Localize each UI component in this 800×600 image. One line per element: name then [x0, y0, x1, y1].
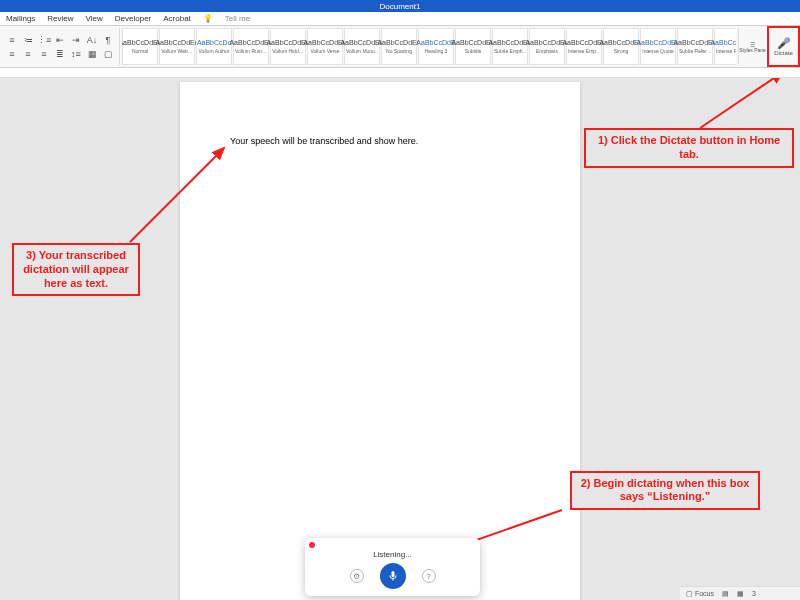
style-name: Intense Quote — [642, 48, 674, 54]
paragraph-group: ≡ ≔ ⋮≡ ⇤ ⇥ A↓ ¶ ≡ ≡ ≡ ≣ ↕≡ ▦ ▢ — [2, 28, 120, 65]
justify-icon[interactable]: ≣ — [54, 48, 66, 60]
microphone-icon: 🎤 — [777, 37, 791, 50]
borders-icon[interactable]: ▢ — [102, 48, 114, 60]
dictation-help-button[interactable]: ? — [422, 569, 436, 583]
status-bar: ▢ Focus ▤ ▦ 3 — [680, 586, 800, 600]
dictate-button[interactable]: 🎤 Dictate — [768, 28, 798, 65]
style-vollum-mono-[interactable]: AaBbCcDdEeVollum Mono… — [344, 28, 380, 65]
style-normal[interactable]: AaBbCcDdEeNormal — [122, 28, 158, 65]
style-sample: AaBbCcDdEe — [377, 39, 420, 46]
line-spacing-icon[interactable]: ↕≡ — [70, 48, 82, 60]
style-name: Emphasis — [531, 48, 563, 54]
document-title: Document1 — [380, 2, 421, 11]
ruler[interactable] — [0, 68, 800, 78]
dictation-settings-button[interactable]: ⚙ — [350, 569, 364, 583]
style-sample: AaBbCcDc — [197, 39, 231, 46]
style-subtle-emph-[interactable]: AaBbCcDdEeSubtle Emph… — [492, 28, 528, 65]
style-vollum-verse[interactable]: AaBbCcDdEeVollum Verse — [307, 28, 343, 65]
dictate-label: Dictate — [774, 50, 793, 56]
focus-mode-button[interactable]: ▢ Focus — [686, 590, 714, 598]
styles-gallery: AaBbCcDdEeNormalAaBbCcDdEeVollum Web…AaB… — [122, 28, 736, 65]
tab-review[interactable]: Review — [47, 14, 73, 23]
sort-icon[interactable]: A↓ — [86, 34, 98, 46]
page[interactable]: Your speech will be transcribed and show… — [180, 82, 580, 600]
style-intense-emp-[interactable]: AaBbCcDdEeIntense Emp… — [566, 28, 602, 65]
tab-developer[interactable]: Developer — [115, 14, 151, 23]
tell-me-search[interactable]: Tell me — [225, 14, 250, 23]
align-left-icon[interactable]: ≡ — [6, 48, 18, 60]
shading-icon[interactable]: ▦ — [86, 48, 98, 60]
annotation-callout-3: 3) Your transcribed dictation will appea… — [12, 243, 140, 296]
style-strong[interactable]: AaBbCcDdEeStrong — [603, 28, 639, 65]
style-sample: AaBbCcDdE — [416, 39, 455, 46]
style-name: Subtitle — [457, 48, 489, 54]
svg-line-0 — [700, 78, 783, 128]
style-sample: AaBbCcDdEe — [155, 39, 198, 46]
style-name: Vollum Hidd… — [272, 48, 304, 54]
style-name: Intense Refer… — [716, 48, 736, 54]
styles-pane-label: Styles Pane — [739, 48, 766, 53]
style-emphasis[interactable]: AaBbCcDdEeEmphasis — [529, 28, 565, 65]
style-heading-3[interactable]: AaBbCcDdEHeading 3 — [418, 28, 454, 65]
view-web-icon[interactable]: ▦ — [737, 590, 744, 598]
tab-acrobat[interactable]: Acrobat — [163, 14, 191, 23]
style-vollum-hidd-[interactable]: AaBbCcDdEeVollum Hidd… — [270, 28, 306, 65]
annotation-callout-2: 2) Begin dictating when this box says “L… — [570, 471, 760, 511]
bullets-icon[interactable]: ≡ — [6, 34, 18, 46]
style-name: Vollum Verse — [309, 48, 341, 54]
recording-indicator-icon — [309, 542, 315, 548]
style-subtitle[interactable]: AaBbCcDdEeSubtitle — [455, 28, 491, 65]
style-name: Subtle Emph… — [494, 48, 526, 54]
tab-mailings[interactable]: Mailings — [6, 14, 35, 23]
dictation-toolbar: Listening... ⚙ ? — [305, 538, 480, 596]
style-sample: AaBbCcDdEe — [710, 39, 736, 46]
dictation-mic-button[interactable] — [380, 563, 406, 589]
style-vollum-rum-[interactable]: AaBbCcDdEeVollum Rum… — [233, 28, 269, 65]
styles-pane-button[interactable]: ☰ Styles Pane — [738, 28, 766, 65]
style-name: Vollum Author — [198, 48, 230, 54]
style-name: No Spacing — [383, 48, 415, 54]
style-name: Vollum Mono… — [346, 48, 378, 54]
numbering-icon[interactable]: ≔ — [22, 34, 34, 46]
align-center-icon[interactable]: ≡ — [22, 48, 34, 60]
style-intense-refer-[interactable]: AaBbCcDdEeIntense Refer… — [714, 28, 736, 65]
ribbon-tabs: Mailings Review View Developer Acrobat 💡… — [0, 12, 800, 26]
style-name: Subtle Refer… — [679, 48, 711, 54]
style-name: Strong — [605, 48, 637, 54]
page-indicator: 3 — [752, 590, 756, 597]
dictation-status: Listening... — [373, 550, 412, 559]
view-print-icon[interactable]: ▤ — [722, 590, 729, 598]
style-name: Intense Emp… — [568, 48, 600, 54]
indent-right-icon[interactable]: ⇥ — [70, 34, 82, 46]
style-name: Normal — [124, 48, 156, 54]
lightbulb-icon: 💡 — [203, 14, 213, 23]
style-name: Vollum Rum… — [235, 48, 267, 54]
ribbon: ≡ ≔ ⋮≡ ⇤ ⇥ A↓ ¶ ≡ ≡ ≡ ≣ ↕≡ ▦ ▢ AaBbCcDdE… — [0, 26, 800, 68]
microphone-icon — [387, 570, 399, 582]
tab-view[interactable]: View — [86, 14, 103, 23]
style-vollum-web-[interactable]: AaBbCcDdEeVollum Web… — [159, 28, 195, 65]
style-no-spacing[interactable]: AaBbCcDdEeNo Spacing — [381, 28, 417, 65]
style-name: Vollum Web… — [161, 48, 193, 54]
style-intense-quote[interactable]: AaBbCcDdEeIntense Quote — [640, 28, 676, 65]
multilevel-icon[interactable]: ⋮≡ — [38, 34, 50, 46]
align-right-icon[interactable]: ≡ — [38, 48, 50, 60]
style-name: Heading 3 — [420, 48, 452, 54]
title-bar: Document1 — [0, 0, 800, 12]
document-area: Your speech will be transcribed and show… — [0, 78, 800, 600]
style-subtle-refer-[interactable]: AaBbCcDdEeSubtle Refer… — [677, 28, 713, 65]
document-body-text[interactable]: Your speech will be transcribed and show… — [230, 136, 418, 146]
annotation-callout-1: 1) Click the Dictate button in Home tab. — [584, 128, 794, 168]
indent-left-icon[interactable]: ⇤ — [54, 34, 66, 46]
pilcrow-icon[interactable]: ¶ — [102, 34, 114, 46]
style-vollum-author[interactable]: AaBbCcDcVollum Author — [196, 28, 232, 65]
